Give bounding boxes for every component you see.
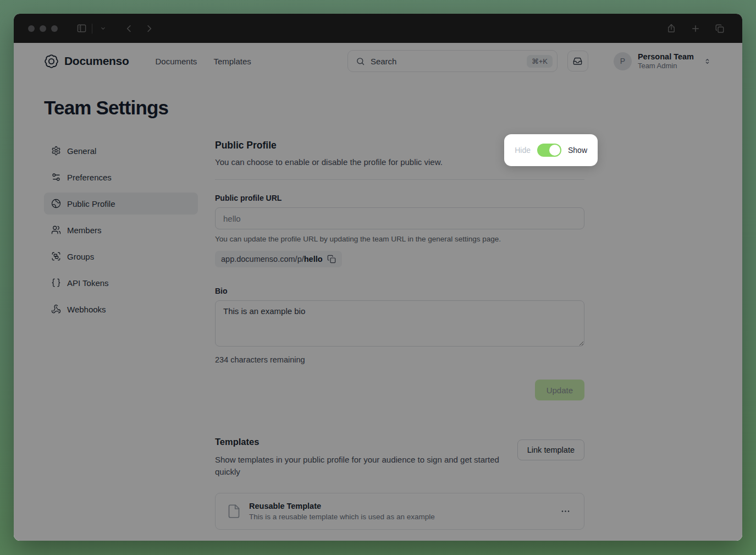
profile-visibility-spotlight: Hide Show bbox=[504, 134, 598, 166]
tab-overview-icon[interactable] bbox=[711, 20, 728, 37]
forward-icon[interactable] bbox=[141, 20, 157, 37]
minimize-window-button[interactable] bbox=[40, 25, 46, 32]
titlebar bbox=[14, 14, 742, 43]
back-icon[interactable] bbox=[121, 20, 137, 37]
browser-window: Documenso Documents Templates Search ⌘+K bbox=[14, 14, 742, 541]
sidebar-panel-icon[interactable] bbox=[73, 20, 90, 37]
profile-visibility-toggle[interactable] bbox=[537, 144, 561, 157]
share-icon[interactable] bbox=[663, 20, 680, 37]
app-content: Documenso Documents Templates Search ⌘+K bbox=[14, 43, 742, 541]
toggle-knob bbox=[549, 145, 560, 156]
new-tab-icon[interactable] bbox=[687, 20, 704, 37]
zoom-window-button[interactable] bbox=[51, 25, 58, 32]
chevron-down-icon[interactable] bbox=[95, 20, 111, 37]
titlebar-divider bbox=[92, 24, 92, 34]
traffic-lights bbox=[28, 25, 58, 32]
toggle-hide-label: Hide bbox=[515, 146, 531, 155]
toggle-show-label: Show bbox=[568, 146, 587, 155]
dim-overlay bbox=[14, 43, 742, 541]
close-window-button[interactable] bbox=[28, 25, 35, 32]
